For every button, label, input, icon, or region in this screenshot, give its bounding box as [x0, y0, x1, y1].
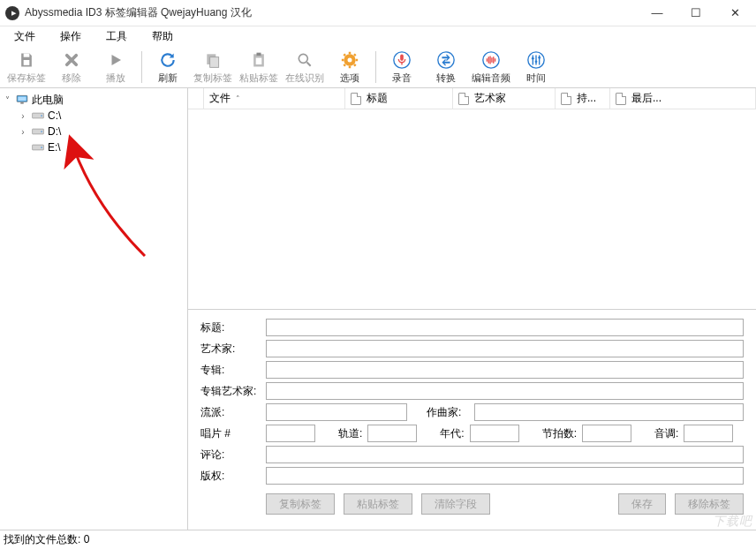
- expand-icon[interactable]: ›: [18, 111, 28, 121]
- menu-help[interactable]: 帮助: [145, 27, 191, 46]
- toolbar: 保存标签 移除 播放 刷新 复制标签 粘贴标签 在线识别 选项 录音 转换: [0, 46, 756, 88]
- copy-icon: [202, 49, 223, 71]
- maximize-button[interactable]: ☐: [677, 0, 715, 26]
- toolbar-record[interactable]: 录音: [380, 48, 424, 86]
- close-button[interactable]: ✕: [715, 0, 754, 26]
- label-artist: 艺术家:: [200, 342, 261, 357]
- input-genre[interactable]: [266, 403, 407, 421]
- svg-rect-19: [18, 97, 26, 102]
- column-title[interactable]: 标题: [345, 88, 453, 109]
- svg-rect-0: [24, 53, 30, 56]
- drive-icon: [31, 109, 45, 122]
- save-icon: [16, 49, 37, 71]
- label-album-artist: 专辑艺术家:: [200, 384, 261, 399]
- minimize-button[interactable]: —: [638, 0, 677, 26]
- svg-point-24: [41, 131, 42, 132]
- button-paste-tags[interactable]: 粘贴标签: [344, 493, 412, 515]
- toolbar-time[interactable]: 时间: [514, 48, 558, 86]
- main-area: ˅ 此电脑 › C:\ › D:\ E:\ 文件 ˄: [0, 88, 756, 530]
- document-icon: [561, 93, 571, 105]
- toolbar-remove[interactable]: 移除: [49, 48, 94, 86]
- equalizer-icon: [525, 49, 547, 71]
- window-title: Abyssmedia ID3 标签编辑器 QwejayHuang 汉化: [25, 5, 638, 20]
- toolbar-separator: [375, 51, 376, 83]
- label-genre: 流派:: [200, 405, 261, 420]
- svg-rect-1: [24, 60, 30, 65]
- right-panel: 文件 ˄ 标题 艺术家 持... 最后... 标题: [188, 88, 756, 530]
- svg-rect-5: [257, 52, 261, 55]
- waveform-icon: [480, 49, 502, 71]
- input-artist[interactable]: [266, 340, 744, 357]
- button-copy-tags[interactable]: 复制标签: [266, 493, 335, 515]
- tree-root-label: 此电脑: [32, 93, 64, 108]
- menu-bar: 文件 操作 工具 帮助: [0, 26, 756, 46]
- svg-point-15: [532, 56, 534, 59]
- tree-drive-c[interactable]: › C:\: [2, 108, 185, 124]
- column-artist[interactable]: 艺术家: [453, 88, 556, 109]
- label-composer: 作曲家:: [427, 405, 469, 420]
- menu-file[interactable]: 文件: [7, 27, 53, 46]
- input-comment[interactable]: [266, 446, 744, 463]
- computer-icon: [15, 94, 29, 106]
- input-key[interactable]: [684, 425, 733, 442]
- svg-rect-11: [400, 54, 404, 60]
- label-copyright: 版权:: [200, 469, 261, 484]
- toolbar-online-identify[interactable]: 在线识别: [282, 48, 328, 86]
- column-file[interactable]: 文件 ˄: [204, 88, 345, 109]
- input-title[interactable]: [266, 319, 744, 336]
- svg-point-7: [299, 54, 307, 63]
- microphone-icon: [391, 49, 412, 71]
- svg-point-9: [348, 57, 352, 62]
- play-icon: [105, 49, 126, 71]
- column-duration[interactable]: 持...: [556, 88, 610, 109]
- toolbar-save-tags[interactable]: 保存标签: [4, 48, 49, 86]
- tree-drive-label: D:\: [48, 125, 61, 138]
- svg-point-26: [41, 147, 42, 148]
- button-clear-fields[interactable]: 清除字段: [421, 493, 490, 515]
- column-last[interactable]: 最后...: [610, 88, 756, 109]
- input-disc[interactable]: [266, 425, 315, 442]
- list-header: 文件 ˄ 标题 艺术家 持... 最后...: [188, 88, 756, 109]
- svg-rect-6: [256, 57, 262, 64]
- svg-point-22: [41, 115, 42, 117]
- status-text: 找到的文件总数: 0: [4, 532, 89, 547]
- input-year[interactable]: [470, 425, 519, 442]
- status-bar: 找到的文件总数: 0: [0, 530, 756, 549]
- tree-root[interactable]: ˅ 此电脑: [2, 92, 185, 108]
- svg-rect-3: [210, 56, 219, 67]
- toolbar-refresh[interactable]: 刷新: [146, 48, 190, 86]
- button-save[interactable]: 保存: [618, 493, 666, 515]
- gear-icon: [339, 49, 360, 71]
- remove-icon: [61, 49, 82, 71]
- sort-asc-icon: ˄: [236, 94, 240, 103]
- drive-icon: [31, 141, 45, 154]
- label-bpm: 节拍数:: [542, 426, 577, 441]
- document-icon: [458, 93, 469, 105]
- toolbar-copy-tags[interactable]: 复制标签: [190, 48, 236, 86]
- menu-tools[interactable]: 工具: [99, 27, 145, 46]
- tree-drive-d[interactable]: › D:\: [2, 124, 185, 139]
- button-remove-tags[interactable]: 移除标签: [675, 493, 744, 515]
- input-composer[interactable]: [474, 403, 744, 421]
- input-album[interactable]: [266, 361, 744, 379]
- input-track[interactable]: [367, 425, 417, 442]
- tree-drive-e[interactable]: E:\: [2, 139, 185, 155]
- file-list[interactable]: [188, 109, 756, 309]
- expand-icon[interactable]: ›: [18, 127, 28, 137]
- folder-tree[interactable]: ˅ 此电脑 › C:\ › D:\ E:\: [0, 88, 188, 530]
- label-year: 年代:: [440, 426, 464, 441]
- checkbox-column[interactable]: [188, 88, 204, 109]
- label-track: 轨道:: [338, 426, 362, 441]
- label-comment: 评论:: [200, 447, 261, 463]
- input-album-artist[interactable]: [266, 382, 744, 400]
- input-copyright[interactable]: [266, 467, 744, 485]
- input-bpm[interactable]: [582, 425, 631, 442]
- collapse-icon[interactable]: ˅: [2, 95, 12, 105]
- refresh-icon: [157, 49, 178, 71]
- menu-action[interactable]: 操作: [53, 27, 99, 46]
- toolbar-convert[interactable]: 转换: [424, 48, 468, 86]
- toolbar-play[interactable]: 播放: [94, 48, 138, 86]
- toolbar-options[interactable]: 选项: [328, 48, 372, 86]
- toolbar-paste-tags[interactable]: 粘贴标签: [236, 48, 282, 86]
- toolbar-edit-audio[interactable]: 编辑音频: [468, 48, 514, 86]
